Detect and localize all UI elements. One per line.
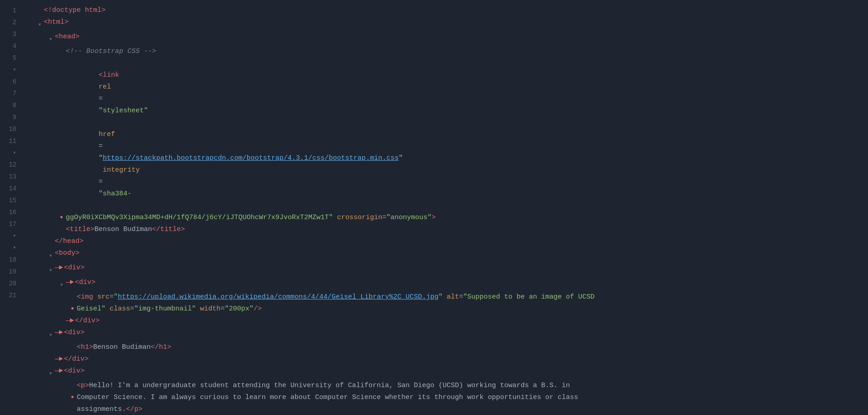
- code-line: ▼ <html>: [27, 16, 868, 31]
- editor: 1 2 3 4 5 • 6 7 8 9 10 11 • 12 13 14 15 …: [0, 0, 868, 415]
- gutter: ▼: [38, 365, 55, 380]
- code-line: ▼ —► <div>: [27, 262, 868, 277]
- code-line-continuation: • Geisel" class = "img-thumbnail" width …: [27, 303, 868, 315]
- fold-icon[interactable]: ▼: [49, 34, 52, 46]
- code-line: <img src = "https://upload.wikimedia.org…: [27, 291, 868, 303]
- gutter: ▼: [38, 247, 55, 262]
- gutter: ▼: [49, 277, 66, 291]
- fold-icon[interactable]: ▼: [49, 368, 52, 380]
- gutter: •: [60, 303, 77, 315]
- code-line: <title> Benson Budiman </title>: [27, 224, 868, 236]
- gutter: ▼: [27, 16, 44, 31]
- fold-icon[interactable]: ▼: [49, 250, 52, 262]
- code-line-continuation: • Computer Science. I am always curious …: [27, 392, 868, 404]
- code-line-continuation: assignments. </p>: [27, 404, 868, 415]
- code-line: ▼ —► <div>: [27, 277, 868, 291]
- gutter: ▼: [38, 31, 55, 46]
- fold-icon[interactable]: ▼: [49, 330, 52, 341]
- gutter: •: [49, 212, 66, 224]
- code-line: —► </div>: [27, 315, 868, 327]
- code-line: ▼ —► <div>: [27, 365, 868, 380]
- code-line: <link rel = "stylesheet" href = "https:/…: [27, 58, 868, 212]
- gutter: ▼: [38, 327, 55, 341]
- code-line-continuation: • ggOyR0iXCbMQv3Xipma34MD+dH/1fQ784/j6cY…: [27, 212, 868, 224]
- line-numbers: 1 2 3 4 5 • 6 7 8 9 10 11 • 12 13 14 15 …: [0, 5, 24, 415]
- code-line: —► </div>: [27, 353, 868, 365]
- code-line: ▼ <body>: [27, 247, 868, 262]
- code-area[interactable]: <!doctype html> ▼ <html> ▼ <head> <!-- B…: [24, 5, 868, 415]
- gutter: ▼: [38, 262, 55, 277]
- fold-icon[interactable]: ▼: [38, 19, 41, 31]
- fold-icon[interactable]: ▼: [60, 279, 63, 291]
- code-line: <!-- Bootstrap CSS -->: [27, 46, 868, 58]
- gutter: •: [60, 392, 77, 404]
- code-line: <p> Hello! I'm a undergraduate student a…: [27, 380, 868, 392]
- code-line: </head>: [27, 236, 868, 247]
- fold-icon[interactable]: ▼: [49, 265, 52, 277]
- code-line: <!doctype html>: [27, 5, 868, 16]
- code-line: ▼ <head>: [27, 31, 868, 46]
- code-line: <h1> Benson Budiman </h1>: [27, 341, 868, 353]
- code-line: ▼ —► <div>: [27, 327, 868, 341]
